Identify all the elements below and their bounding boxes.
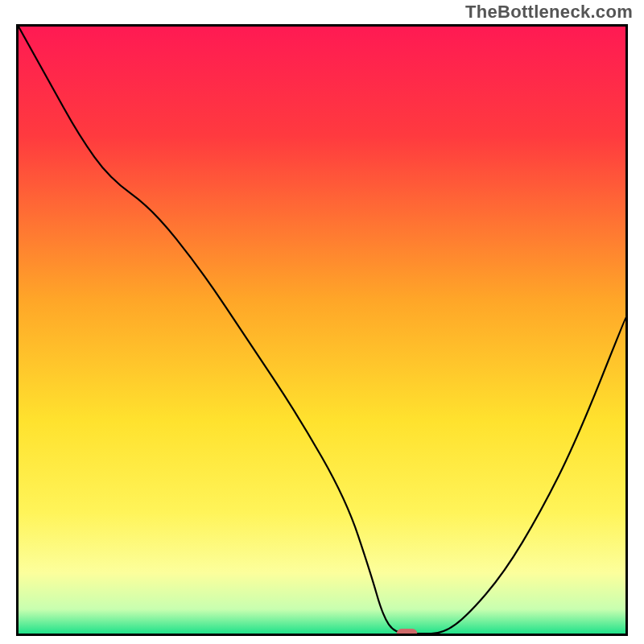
plot-svg <box>19 27 625 634</box>
chart-root: TheBottleneck.com <box>0 0 644 644</box>
plot-frame <box>16 24 628 636</box>
watermark-text: TheBottleneck.com <box>465 2 633 23</box>
background-rect <box>19 27 625 634</box>
optimum-marker <box>397 629 418 634</box>
